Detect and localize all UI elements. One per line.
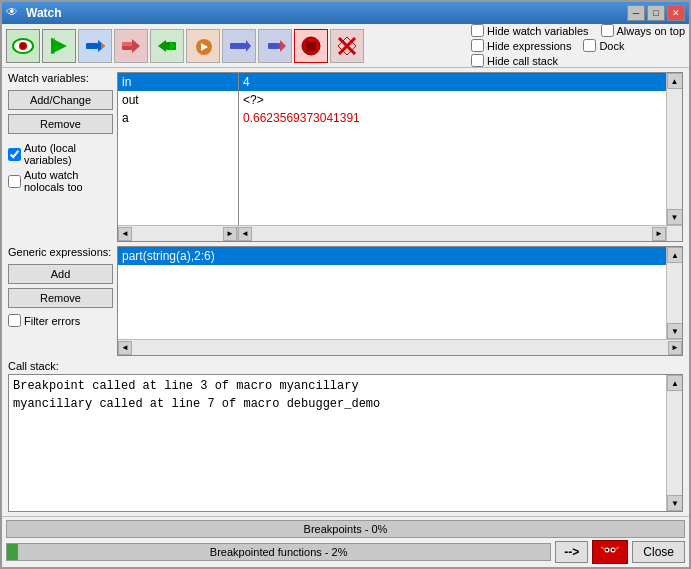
filter-errors-input[interactable]: [8, 314, 21, 327]
step6-btn[interactable]: [258, 29, 292, 63]
hide-watch-input[interactable]: [471, 24, 484, 37]
remove-watch-btn[interactable]: Remove: [8, 114, 113, 134]
watch-controls: Watch variables: Add/Change Remove Auto …: [8, 72, 113, 242]
maximize-btn[interactable]: □: [647, 5, 665, 21]
expr-hscroll-right[interactable]: ►: [668, 341, 682, 355]
watch-item-a[interactable]: a: [118, 109, 238, 127]
watch-names-panel: in out a: [118, 73, 238, 225]
expr-vscroll-up[interactable]: ▲: [667, 247, 683, 263]
watch-item-in[interactable]: in: [118, 73, 238, 91]
svg-point-28: [606, 549, 608, 551]
callstack-line-1: Breakpoint called at line 3 of macro mya…: [13, 377, 662, 395]
kill-btn[interactable]: [330, 29, 364, 63]
expr-controls: Generic expressions: Add Remove Filter e…: [8, 246, 113, 356]
title-bar-left: 👁 Watch: [6, 5, 62, 21]
run-btn[interactable]: [42, 29, 76, 63]
expr-panel: part(string(a),2:6) ▲ ▼ ◄ ►: [117, 246, 683, 356]
watch-right-hscroll[interactable]: ◄ ►: [238, 226, 666, 241]
minimize-btn[interactable]: ─: [627, 5, 645, 21]
svg-point-2: [21, 44, 25, 48]
watch-value-out: <?>: [239, 91, 666, 109]
breakpointed-bar: Breakpointed functions - 2%: [6, 543, 551, 561]
watch-values-panel: 4 <?> 0.6623569373041391: [239, 73, 666, 225]
callstack-vscroll-up[interactable]: ▲: [667, 375, 683, 391]
watch-value-in: 4: [239, 73, 666, 91]
expr-item-1[interactable]: part(string(a),2:6): [118, 247, 666, 265]
toolbar-checkboxes: Hide watch variables Always on top Hide …: [471, 24, 685, 67]
callstack-panel: Breakpoint called at line 3 of macro mya…: [8, 374, 683, 512]
toolbar: Hide watch variables Always on top Hide …: [2, 24, 689, 68]
filter-errors-checkbox[interactable]: Filter errors: [8, 314, 80, 327]
breakpointed-text: Breakpointed functions - 2%: [210, 546, 348, 558]
vscroll-down-btn[interactable]: ▼: [667, 209, 683, 225]
callstack-line-2: myancillary called at line 7 of macro de…: [13, 395, 662, 413]
callstack-vscroll[interactable]: ▲ ▼: [666, 375, 682, 511]
breakpointed-row: Breakpointed functions - 2% --> Close: [6, 540, 685, 564]
watch-eye-btn[interactable]: [6, 29, 40, 63]
title-controls: ─ □ ✕: [627, 5, 685, 21]
arrow-btn[interactable]: -->: [555, 541, 588, 563]
watch-checkboxes: Auto (local variables) Auto watch noloca…: [8, 142, 113, 193]
auto-nolocals-input[interactable]: [8, 175, 21, 188]
svg-point-25: [601, 545, 619, 559]
watch-variables-label: Watch variables:: [8, 72, 113, 84]
watch-value-a: 0.6623569373041391: [239, 109, 666, 127]
window-close-btn[interactable]: ✕: [667, 5, 685, 21]
always-on-top-input[interactable]: [601, 24, 614, 37]
hide-expressions-checkbox[interactable]: Hide expressions: [471, 39, 571, 52]
checkbox-row-3: Hide call stack: [471, 54, 685, 67]
expr-hscroll[interactable]: ◄ ►: [118, 339, 682, 355]
svg-rect-16: [230, 43, 246, 49]
hide-callstack-input[interactable]: [471, 54, 484, 67]
auto-local-checkbox[interactable]: Auto (local variables): [8, 142, 113, 166]
bug-icon-btn[interactable]: [592, 540, 628, 564]
watch-variables-section: Watch variables: Add/Change Remove Auto …: [8, 72, 683, 242]
expr-scroll-area: part(string(a),2:6) ▲ ▼: [118, 247, 682, 339]
add-change-btn[interactable]: Add/Change: [8, 90, 113, 110]
breakpoints-bar: Breakpoints - 0%: [6, 520, 685, 538]
watch-item-out[interactable]: out: [118, 91, 238, 109]
expr-vscroll[interactable]: ▲ ▼: [666, 247, 682, 339]
stop-btn[interactable]: [294, 29, 328, 63]
step5-btn[interactable]: [222, 29, 256, 63]
callstack-label: Call stack:: [8, 360, 683, 372]
step2-btn[interactable]: [114, 29, 148, 63]
hide-callstack-checkbox[interactable]: Hide call stack: [471, 54, 558, 67]
watch-left-hscroll[interactable]: ◄ ►: [118, 226, 238, 241]
callstack-content: Breakpoint called at line 3 of macro mya…: [9, 375, 666, 511]
svg-rect-21: [306, 41, 316, 51]
hide-watch-checkbox[interactable]: Hide watch variables: [471, 24, 589, 37]
watch-vscroll[interactable]: ▲ ▼: [666, 73, 682, 225]
svg-rect-5: [86, 43, 98, 49]
window-title: Watch: [26, 6, 62, 20]
step4-btn[interactable]: [186, 29, 220, 63]
step3-btn[interactable]: [150, 29, 184, 63]
window-icon: 👁: [6, 5, 22, 21]
step-btn[interactable]: [78, 29, 112, 63]
svg-rect-10: [122, 42, 132, 46]
dock-checkbox[interactable]: Dock: [583, 39, 624, 52]
add-expr-btn[interactable]: Add: [8, 264, 113, 284]
svg-marker-19: [280, 40, 286, 52]
svg-marker-9: [132, 39, 140, 53]
svg-rect-4: [51, 38, 55, 54]
auto-nolocals-checkbox[interactable]: Auto watch nolocals too: [8, 169, 113, 193]
vscroll-up-btn[interactable]: ▲: [667, 73, 683, 89]
close-btn[interactable]: Close: [632, 541, 685, 563]
svg-rect-18: [268, 43, 280, 49]
checkbox-row-2: Hide expressions Dock: [471, 39, 685, 52]
main-content: Watch variables: Add/Change Remove Auto …: [2, 68, 689, 516]
expr-hscroll-left[interactable]: ◄: [118, 341, 132, 355]
status-bars: Breakpoints - 0% Breakpointed functions …: [2, 516, 689, 567]
callstack-vscroll-down[interactable]: ▼: [667, 495, 683, 511]
remove-expr-btn[interactable]: Remove: [8, 288, 113, 308]
hide-expressions-input[interactable]: [471, 39, 484, 52]
expr-vscroll-down[interactable]: ▼: [667, 323, 683, 339]
dock-input[interactable]: [583, 39, 596, 52]
svg-marker-17: [246, 40, 251, 52]
svg-marker-11: [158, 40, 166, 52]
breakpoints-text: Breakpoints - 0%: [304, 523, 388, 535]
filter-errors-row: Filter errors: [8, 314, 113, 327]
auto-local-input[interactable]: [8, 148, 21, 161]
always-on-top-checkbox[interactable]: Always on top: [601, 24, 685, 37]
